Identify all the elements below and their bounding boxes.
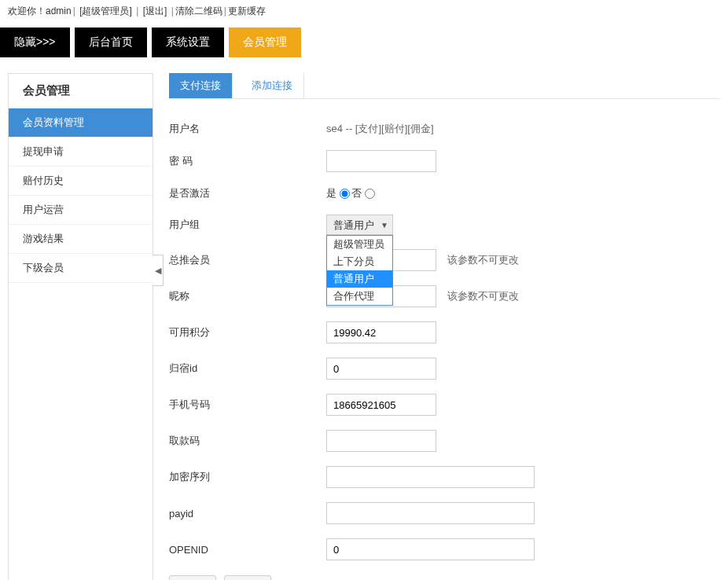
activate-yes-radio[interactable]: [340, 189, 350, 199]
encrypt-label: 加密序列: [169, 470, 326, 484]
group-select[interactable]: 普通用户: [326, 215, 393, 235]
nickname-label: 昵称: [169, 289, 326, 303]
total-member-label: 总推会员: [169, 253, 326, 267]
role-text: [超级管理员]: [79, 6, 132, 17]
sidebar-title: 会员管理: [9, 74, 153, 108]
username-label: 用户名: [169, 122, 326, 136]
activate-yes-label: 是: [326, 186, 336, 200]
password-label: 密 码: [169, 154, 326, 168]
top-bar: 欢迎你！admin| [超级管理员] | [退出] |清除二维码|更新缓存: [0, 0, 728, 23]
withdraw-code-label: 取款码: [169, 434, 326, 448]
group-label: 用户组: [169, 218, 326, 232]
username-value: se4 -- [支付][赔付][佣金]: [326, 122, 434, 136]
nav-hide-button[interactable]: 隐藏>>>: [0, 28, 70, 57]
nav-members-button[interactable]: 会员管理: [229, 28, 301, 57]
group-select-wrap: 普通用户 ▼ 超级管理员 上下分员 普通用户 合作代理: [326, 215, 393, 235]
logout-link[interactable]: [退出]: [143, 6, 167, 17]
dropdown-item-super-admin[interactable]: 超级管理员: [327, 236, 392, 253]
password-input[interactable]: [326, 150, 436, 172]
phone-label: 手机号码: [169, 398, 326, 412]
username-link[interactable]: admin: [46, 6, 72, 17]
points-label: 可用积分: [169, 325, 326, 340]
submit-button[interactable]: 提交: [169, 575, 216, 580]
withdraw-code-input[interactable]: [326, 430, 436, 452]
payid-input[interactable]: [326, 502, 535, 524]
tab-payment-link[interactable]: 支付连接: [169, 73, 233, 98]
total-member-hint: 该参数不可更改: [447, 253, 519, 267]
tab-add-link[interactable]: 添加连接: [241, 73, 304, 98]
group-dropdown: 超级管理员 上下分员 普通用户 合作代理: [326, 235, 393, 306]
refresh-cache-link[interactable]: 更新缓存: [228, 6, 266, 17]
activate-no-label: 否: [351, 186, 362, 200]
sidebar-item-sub-members[interactable]: 下级会员: [9, 254, 153, 283]
activate-no-radio[interactable]: [365, 189, 375, 199]
dropdown-item-normal-user[interactable]: 普通用户: [327, 270, 392, 288]
cancel-button[interactable]: 取消: [224, 575, 271, 580]
payid-label: payid: [169, 508, 326, 519]
sidebar-item-operations[interactable]: 用户运营: [9, 196, 153, 225]
nav-settings-button[interactable]: 系统设置: [152, 28, 224, 57]
activate-label: 是否激活: [169, 186, 326, 200]
sidebar-item-withdraw[interactable]: 提现申请: [9, 138, 153, 167]
home-id-input[interactable]: [326, 358, 436, 380]
nav-buttons: 隐藏>>> 后台首页 系统设置 会员管理: [0, 23, 728, 62]
clear-qr-link[interactable]: 清除二维码: [175, 6, 222, 17]
form: 用户名 se4 -- [支付][赔付][佣金] 密 码 是否激活 是 否: [169, 115, 720, 580]
sidebar-item-game-results[interactable]: 游戏结果: [9, 225, 153, 254]
tabs: 支付连接 添加连接: [169, 73, 720, 99]
sidebar: 会员管理 会员资料管理 提现申请 赔付历史 用户运营 游戏结果 下级会员 ◀: [8, 73, 153, 580]
chevron-left-icon: ◀: [155, 266, 161, 276]
encrypt-input[interactable]: [326, 466, 535, 488]
nickname-hint: 该参数不可更改: [447, 289, 519, 303]
home-id-label: 归宿id: [169, 362, 326, 376]
content: 支付连接 添加连接 用户名 se4 -- [支付][赔付][佣金] 密 码 是否…: [169, 73, 720, 580]
sidebar-collapse-button[interactable]: ◀: [153, 255, 164, 286]
openid-label: OPENID: [169, 544, 326, 556]
sidebar-item-member-info[interactable]: 会员资料管理: [9, 108, 153, 138]
welcome-text: 欢迎你！: [8, 6, 46, 17]
phone-input[interactable]: [326, 394, 436, 416]
dropdown-item-partner-agent[interactable]: 合作代理: [327, 288, 392, 305]
dropdown-item-updown[interactable]: 上下分员: [327, 253, 392, 270]
openid-input[interactable]: [326, 538, 535, 560]
sidebar-item-compensation[interactable]: 赔付历史: [9, 167, 153, 196]
nav-home-button[interactable]: 后台首页: [75, 28, 147, 57]
points-input[interactable]: [326, 321, 436, 343]
